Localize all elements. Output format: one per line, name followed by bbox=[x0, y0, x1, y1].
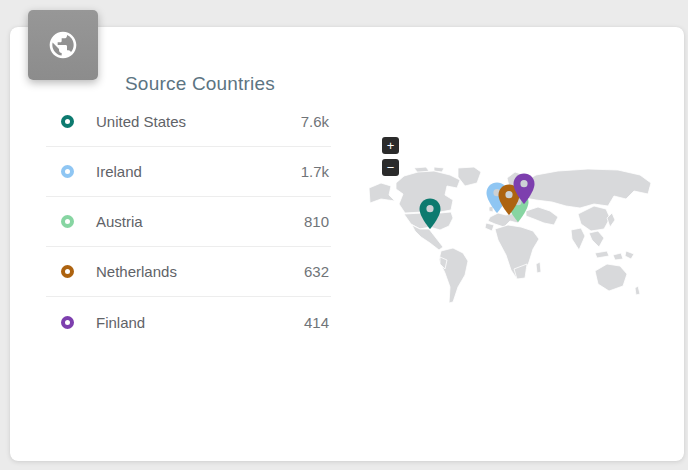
continent-south-america bbox=[439, 248, 468, 303]
source-countries-card: Source Countries United States 7.6k Irel… bbox=[10, 27, 684, 461]
country-value: 414 bbox=[304, 314, 329, 331]
country-greenland bbox=[458, 167, 481, 186]
country-color-ring bbox=[61, 215, 74, 228]
card-title: Source Countries bbox=[125, 73, 275, 95]
country-value: 632 bbox=[304, 263, 329, 280]
country-row: United States 7.6k bbox=[46, 97, 331, 147]
country-ireland bbox=[489, 206, 493, 212]
country-row: Austria 810 bbox=[46, 197, 331, 247]
country-new-zealand bbox=[635, 286, 640, 295]
pin-dot bbox=[426, 205, 433, 212]
region-indonesia bbox=[613, 253, 623, 260]
country-row: Netherlands 632 bbox=[46, 247, 331, 297]
country-row: Finland 414 bbox=[46, 297, 331, 347]
zoom-in-button[interactable]: + bbox=[382, 137, 399, 154]
country-name: United States bbox=[96, 113, 186, 130]
region-new-guinea bbox=[625, 251, 634, 259]
pin-dot bbox=[505, 191, 512, 198]
country-value: 810 bbox=[304, 213, 329, 230]
region-indonesia bbox=[595, 251, 609, 258]
country-china bbox=[578, 206, 610, 231]
world-map[interactable] bbox=[368, 167, 652, 309]
region-middle-east bbox=[526, 207, 558, 225]
country-value: 1.7k bbox=[301, 163, 329, 180]
country-india bbox=[571, 228, 585, 250]
country-alaska bbox=[369, 183, 395, 203]
country-russia bbox=[518, 169, 651, 208]
country-color-ring bbox=[61, 265, 74, 278]
country-color-ring bbox=[61, 115, 74, 128]
country-name: Netherlands bbox=[96, 263, 177, 280]
country-name: Austria bbox=[96, 213, 143, 230]
country-value: 7.6k bbox=[301, 113, 329, 130]
country-name: Ireland bbox=[96, 163, 142, 180]
zoom-out-button[interactable]: − bbox=[382, 159, 399, 176]
region-southeast-asia bbox=[589, 231, 604, 247]
pin-dot bbox=[520, 180, 527, 187]
country-list: United States 7.6k Ireland 1.7k Austria … bbox=[46, 97, 331, 347]
globe-icon bbox=[47, 29, 79, 61]
world-map-panel: + − bbox=[358, 140, 654, 310]
region-iberia bbox=[485, 223, 494, 231]
country-row: Ireland 1.7k bbox=[46, 147, 331, 197]
country-color-ring bbox=[61, 165, 74, 178]
globe-tile bbox=[28, 10, 98, 80]
country-madagascar bbox=[536, 262, 541, 273]
country-australia bbox=[595, 264, 627, 291]
country-name: Finland bbox=[96, 314, 145, 331]
country-color-ring bbox=[61, 316, 74, 329]
